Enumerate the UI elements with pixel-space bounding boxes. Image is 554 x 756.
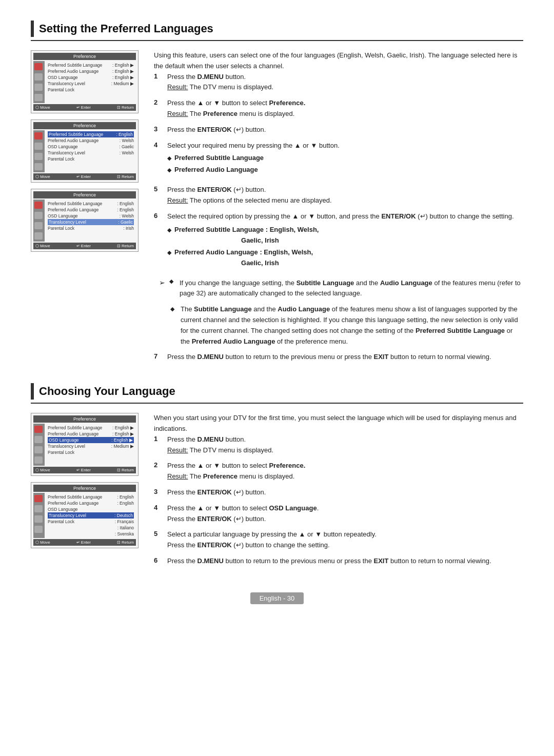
step-item-1-6: 6 Select the required option by pressing… [154, 211, 523, 273]
tv-menu-row: Translucency Level: Medium ▶ [48, 443, 134, 449]
tv-menu-icon-20 [34, 526, 43, 533]
page-footer: English - 30 [31, 587, 523, 604]
tv-menu-inner-2-2: Preferred Subtitle Language: English Pre… [33, 493, 136, 538]
tv-menu-row: OSD Language: Gaelic [48, 144, 134, 150]
tv-menu-icon-15 [34, 446, 43, 453]
tv-menu-icon-18 [34, 505, 43, 512]
tv-menu-footer-1-1: ⬡ Move↵ Enter⊡ Return [33, 104, 136, 111]
note-arrow-icon-1: ➢ [159, 278, 165, 287]
step-item-1-7: 7 Press the D.MENU button to return to t… [154, 352, 523, 363]
tv-menu-inner-2-1: Preferred Subtitle Language: English ▶ P… [33, 424, 136, 466]
tv-menu-icon-14 [34, 436, 43, 443]
tv-menu-1-2: Preference Preferred Subtitle Language: … [31, 120, 138, 183]
tv-menu-row: OSD Language: English ▶ [48, 74, 134, 81]
note-bullet-icon-1: ◆ [169, 278, 173, 285]
bullet-list-step6: Preferred Subtitle Language : English, W… [167, 225, 523, 268]
tv-menu-row: Preferred Audio Language: English ▶ [48, 68, 134, 74]
step-item-2-3: 3 Press the ENTER/OK (↵) button. [154, 487, 523, 498]
section-choosing-language: Choosing Your Language Preference [31, 383, 523, 572]
step-text-2-4: Press the ▲ or ▼ button to select OSD La… [167, 503, 523, 525]
tv-menu-icon-9 [34, 202, 43, 209]
tv-menu-title-2-2: Preference [33, 485, 136, 492]
step-number-1-7: 7 [154, 352, 162, 360]
tv-menu-row: OSD Language: English ▶ [48, 437, 134, 443]
step-item-1-1: 1 Press the D.MENU button. Result: The D… [154, 72, 523, 93]
step-number-1-5: 5 [154, 185, 162, 193]
step-number-2-6: 6 [154, 556, 162, 564]
step-number-1-6: 6 [154, 211, 162, 220]
section-header-1: Setting the Preferred Languages [31, 21, 523, 41]
tv-menu-rows-2-2: Preferred Subtitle Language: English Pre… [46, 493, 136, 538]
note-section-1: ➢ ◆ If you change the language setting, … [154, 278, 523, 347]
tv-menu-rows-1-3: Preferred Subtitle Language: English Pre… [46, 200, 136, 242]
step-item-2-6: 6 Press the D.MENU button to return to t… [154, 556, 523, 567]
page: Setting the Preferred Languages Preferen… [0, 0, 554, 625]
step-number-2-1: 1 [154, 434, 162, 443]
tv-menu-row: : Svenska [48, 531, 134, 537]
tv-menu-title-1-1: Preference [33, 53, 136, 60]
tv-menu-1-3: Preference Preferred Subtitle Language: … [31, 189, 138, 252]
tv-menu-row: Parental Lock [48, 449, 134, 455]
tv-menu-icon-1 [34, 63, 43, 70]
tv-menu-rows-1-2: Preferred Subtitle Language: English Pre… [46, 130, 136, 172]
step-text-1-4: Select your required menu by pressing th… [167, 141, 523, 180]
step-list-2: 1 Press the D.MENU button. Result: The D… [154, 434, 523, 567]
right-column-2: When you start using your DTV for the fi… [154, 413, 523, 572]
step-item-1-5: 5 Press the ENTER/OK (↵) button. Result:… [154, 185, 523, 206]
step-number-1-1: 1 [154, 72, 162, 80]
tv-menu-icon-17 [34, 495, 43, 502]
tv-menu-row: Translucency Level: Deutsch [48, 512, 134, 519]
tv-menu-row: Preferred Subtitle Language: English [48, 494, 134, 500]
tv-menu-row: Translucency Level: Medium ▶ [48, 81, 134, 87]
tv-menu-icon-8 [34, 163, 43, 170]
step-text-2-1: Press the D.MENU button. Result: The DTV… [167, 434, 523, 456]
section-intro-1: Using this feature, users can select one… [154, 50, 523, 72]
tv-menu-row: Parental Lock [48, 156, 134, 162]
tv-menu-icons-2-1 [33, 424, 45, 466]
step-item-2-5: 5 Select a particular language by pressi… [154, 529, 523, 551]
tv-menu-icon-19 [34, 515, 43, 523]
step-text-2-2: Press the ▲ or ▼ button to select Prefer… [167, 461, 523, 482]
section-intro-2: When you start using your DTV for the fi… [154, 413, 523, 434]
tv-menu-icons-2-2 [33, 493, 45, 538]
section-title-1: Setting the Preferred Languages [39, 22, 213, 35]
tv-menu-row: : Italiano [48, 525, 134, 531]
step-text-1-7: Press the D.MENU button to return to the… [167, 352, 523, 363]
note-item-1: ➢ ◆ If you change the language setting, … [159, 278, 523, 300]
step-item-1-4: 4 Select your required menu by pressing … [154, 141, 523, 180]
step-number-1-3: 3 [154, 125, 162, 133]
bullet-item-subtitle-langs: Preferred Subtitle Language : English, W… [167, 225, 523, 246]
tv-menu-2-1: Preference Preferred Subtitle Language: … [31, 413, 138, 476]
tv-menu-icons-1-2 [33, 130, 45, 172]
tv-menu-icon-3 [34, 84, 43, 91]
section-header-bar-1 [31, 21, 34, 37]
step-text-1-1: Press the D.MENU button. Result: The DTV… [167, 72, 523, 93]
step-text-2-3: Press the ENTER/OK (↵) button. [167, 487, 523, 498]
tv-menu-row: Parental Lock: Français [48, 519, 134, 525]
step-text-1-6: Select the required option by pressing t… [167, 211, 523, 273]
tv-menu-icon-10 [34, 212, 43, 219]
tv-menu-inner-1-1: Preferred Subtitle Language: English ▶ P… [33, 61, 136, 103]
step-text-1-5: Press the ENTER/OK (↵) button. Result: T… [167, 185, 523, 206]
step-item-1-3: 3 Press the ENTER/OK (↵) button. [154, 125, 523, 135]
tv-menu-inner-1-2: Preferred Subtitle Language: English Pre… [33, 130, 136, 172]
tv-menu-icon-7 [34, 153, 43, 160]
step-number-1-4: 4 [154, 141, 162, 149]
tv-menu-row: Preferred Audio Language: English [48, 500, 134, 506]
section-content-2: Preference Preferred Subtitle Language: … [31, 413, 523, 572]
note-bullet-icon-2: ◆ [170, 306, 174, 312]
tv-menu-row: Preferred Subtitle Language: English ▶ [48, 425, 134, 431]
bullet-item-audio-langs: Preferred Audio Language : English, Wels… [167, 247, 523, 269]
tv-menu-row: Preferred Audio Language: English ▶ [48, 431, 134, 437]
tv-menu-row: Translucency Level: Gaelic [48, 219, 134, 225]
tv-menu-row: Parental Lock: Irish [48, 225, 134, 231]
tv-menu-title-1-2: Preference [33, 122, 136, 129]
section-setting-preferred-languages: Setting the Preferred Languages Preferen… [31, 21, 523, 368]
section-header-2: Choosing Your Language [31, 383, 523, 404]
section-title-2: Choosing Your Language [39, 385, 175, 398]
step-item-2-4: 4 Press the ▲ or ▼ button to select OSD … [154, 503, 523, 525]
step-text-2-6: Press the D.MENU button to return to the… [167, 556, 523, 567]
tv-menu-title-1-3: Preference [33, 191, 136, 198]
tv-menu-icon-13 [34, 426, 43, 433]
bullet-list-step4: Preferred Subtitle Language Preferred Au… [167, 153, 523, 175]
